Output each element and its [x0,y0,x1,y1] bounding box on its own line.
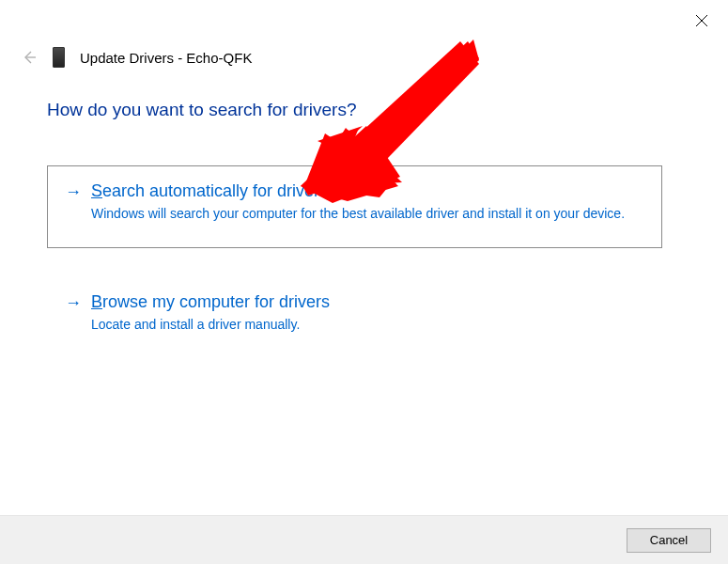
device-icon [53,47,65,68]
back-arrow-icon [22,50,37,65]
option-auto-desc: Windows will search your computer for th… [91,205,644,223]
content-area: How do you want to search for drivers? →… [47,100,662,380]
option-browse-desc: Locate and install a driver manually. [91,316,644,334]
option-browse-title-rest: rowse my computer for drivers [102,292,330,311]
header: Update Drivers - Echo-QFK [21,47,252,68]
window-title: Update Drivers - Echo-QFK [80,50,252,66]
footer: Cancel [0,515,728,564]
close-button[interactable] [692,11,711,30]
back-button[interactable] [21,49,38,66]
cancel-button[interactable]: Cancel [627,528,711,553]
arrow-right-icon: → [65,181,82,223]
option-browse-hotkey: B [91,292,102,311]
close-icon [695,14,708,27]
option-browse-title: Browse my computer for drivers [91,292,644,312]
option-text: Search automatically for drivers Windows… [91,181,644,223]
option-auto-hotkey: S [91,181,102,200]
option-browse-computer[interactable]: → Browse my computer for drivers Locate … [47,276,662,352]
option-auto-title-rest: earch automatically for drivers [102,181,328,200]
option-search-automatically[interactable]: → Search automatically for drivers Windo… [47,165,662,248]
page-heading: How do you want to search for drivers? [47,100,662,120]
arrow-right-icon: → [65,292,82,334]
option-auto-title: Search automatically for drivers [91,181,644,201]
option-text: Browse my computer for drivers Locate an… [91,292,644,334]
